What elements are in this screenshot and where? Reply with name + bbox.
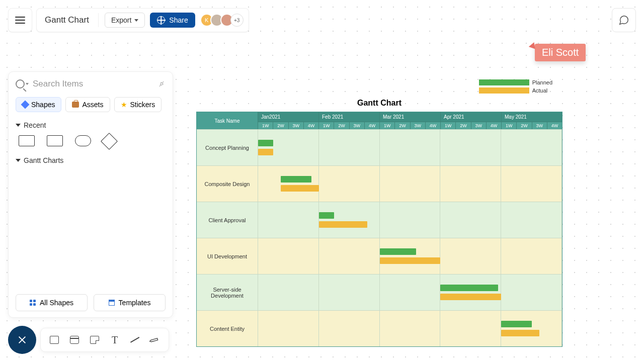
tab-label: Stickers	[130, 101, 155, 109]
gantt-shape[interactable]	[100, 170, 115, 177]
tab-stickers[interactable]: ★ Stickers	[114, 97, 162, 112]
gantt-row[interactable]: Concept Planning	[197, 129, 562, 165]
gantt-bar-planned[interactable]	[501, 321, 531, 327]
briefcase-icon	[72, 102, 79, 108]
globe-icon	[157, 16, 165, 24]
menu-button[interactable]	[8, 8, 32, 32]
gantt-bar-planned[interactable]	[380, 248, 416, 255]
avatar-more[interactable]: +3	[230, 14, 244, 27]
tool-text[interactable]: T	[109, 334, 120, 345]
shape-rectangle[interactable]	[19, 135, 35, 146]
cursor-label: Eli Scott	[535, 44, 586, 61]
tool-pen[interactable]	[147, 332, 163, 347]
gantt-legend: Planned Actual	[479, 79, 552, 96]
topbar: Gantt Chart Export Share K +3	[36, 8, 249, 32]
section-recent[interactable]: Recent	[16, 121, 166, 129]
legend-label: Actual	[532, 87, 548, 94]
shape-rectangle[interactable]	[47, 135, 63, 146]
gantt-month: Mar 20211W2W3W4W	[380, 112, 441, 129]
gantt-month: Apr 20211W2W3W4W	[441, 112, 502, 129]
gantt-bar-actual[interactable]	[380, 257, 441, 264]
gantt-bar-planned[interactable]	[258, 140, 273, 146]
template-icon	[109, 300, 115, 306]
gantt-header-task: Task Name	[197, 112, 258, 129]
pin-icon[interactable]	[156, 78, 168, 90]
gantt-title: Gantt Chart	[196, 99, 562, 108]
shape-rounded[interactable]	[75, 135, 91, 146]
gantt-row[interactable]: Content Entity	[197, 310, 562, 346]
gantt-bar-actual[interactable]	[501, 330, 539, 336]
legend-label: Planned	[532, 79, 552, 85]
gantt-row[interactable]: Composite Design	[197, 165, 562, 202]
document-title[interactable]: Gantt Chart	[42, 15, 92, 25]
gantt-shape[interactable]	[73, 170, 88, 177]
tab-assets[interactable]: Assets	[65, 97, 110, 112]
gantt-bar-actual[interactable]	[258, 149, 273, 155]
tab-label: Shapes	[31, 101, 55, 109]
templates-button[interactable]: Templates	[94, 294, 166, 311]
tab-shapes[interactable]: Shapes	[16, 97, 61, 112]
legend-swatch-actual	[479, 87, 529, 94]
legend-swatch-planned	[479, 79, 529, 85]
share-button[interactable]: Share	[150, 13, 195, 28]
recent-shapes	[19, 135, 166, 147]
triangle-down-icon	[16, 159, 21, 162]
gantt-bar-actual[interactable]	[281, 185, 319, 192]
section-label: Recent	[24, 121, 46, 129]
chat-icon	[618, 15, 629, 26]
gantt-bar-planned[interactable]	[281, 176, 311, 183]
export-label: Export	[111, 16, 131, 24]
gantt-month: May 20211W2W3W4W	[502, 112, 562, 129]
section-gantt[interactable]: Gantt Charts	[16, 156, 166, 164]
gantt-row[interactable]: UI Development	[197, 238, 562, 274]
all-shapes-button[interactable]: All Shapes	[16, 294, 88, 311]
gantt-bar-planned[interactable]	[440, 285, 498, 291]
tool-sticky[interactable]	[89, 334, 100, 345]
triangle-down-icon	[16, 124, 21, 127]
diamond-icon	[21, 101, 30, 109]
tool-line[interactable]	[129, 334, 140, 345]
shape-diamond[interactable]	[101, 133, 118, 150]
gantt-row[interactable]: Client Approval	[197, 202, 562, 238]
button-label: Templates	[119, 299, 151, 307]
tab-label: Assets	[82, 101, 103, 109]
gantt-task-name: Server-side Development	[197, 275, 258, 310]
gantt-bar-planned[interactable]	[319, 212, 334, 219]
chevron-down-icon	[134, 19, 138, 22]
star-icon: ★	[121, 101, 127, 109]
tool-rectangle[interactable]	[49, 334, 60, 345]
gantt-bar-actual[interactable]	[319, 221, 368, 228]
gantt-chart[interactable]: Planned Actual Gantt Chart Task Name Jan…	[196, 79, 562, 347]
collaborator-cursor-eli: Eli Scott	[530, 44, 586, 61]
close-button[interactable]	[8, 326, 36, 354]
gantt-task-name: Composite Design	[197, 166, 258, 202]
gantt-task-name: Concept Planning	[197, 130, 258, 165]
gantt-shapes	[19, 170, 166, 177]
button-label: All Shapes	[40, 299, 73, 307]
search-input[interactable]	[33, 79, 153, 89]
gantt-shape[interactable]	[19, 170, 34, 177]
shapes-panel: Shapes Assets ★ Stickers Recent Gantt Ch…	[8, 71, 173, 318]
chat-button[interactable]	[612, 8, 636, 32]
tool-tray: T	[40, 328, 169, 352]
collaborator-avatars[interactable]: K +3	[200, 14, 244, 27]
export-button[interactable]: Export	[105, 13, 145, 28]
gantt-row[interactable]: Server-side Development	[197, 274, 562, 310]
gantt-bar-actual[interactable]	[440, 294, 501, 300]
gantt-shape[interactable]	[46, 170, 61, 177]
divider	[98, 13, 99, 27]
hamburger-icon	[15, 17, 25, 24]
gantt-task-name: Content Entity	[197, 311, 258, 346]
gantt-month: Jan20211W2W3W4W	[258, 112, 319, 129]
search-icon[interactable]	[16, 79, 29, 88]
grid-icon	[30, 300, 36, 306]
gantt-month: Feb 20211W2W3W4W	[319, 112, 380, 129]
gantt-shape[interactable]	[127, 170, 142, 177]
pen-icon	[148, 333, 162, 346]
share-label: Share	[169, 16, 188, 24]
gantt-task-name: Client Approval	[197, 202, 258, 238]
section-label: Gantt Charts	[24, 156, 63, 164]
gantt-task-name: UI Development	[197, 238, 258, 274]
tool-card[interactable]	[69, 334, 80, 345]
